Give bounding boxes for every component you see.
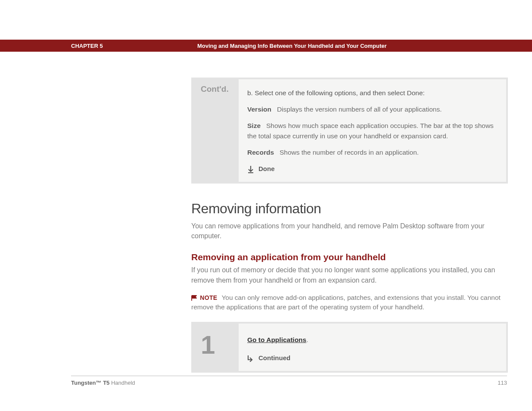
contd-lead-text: b. Select one of the following options, … xyxy=(247,88,496,98)
step-1-box: 1 Go to Applications. Continued xyxy=(191,322,508,373)
footer-product-rest: Handheld xyxy=(109,380,135,386)
done-label: Done xyxy=(258,164,275,174)
link-suffix: . xyxy=(306,336,308,343)
chapter-number: CHAPTER 5 xyxy=(71,43,103,49)
contd-content: b. Select one of the following options, … xyxy=(239,79,506,182)
note-flag-icon xyxy=(191,293,198,302)
footer-product-name: Tungsten™ T5 Handheld xyxy=(71,380,135,386)
option-version-label: Version xyxy=(247,106,271,113)
option-size: Size Shows how much space each applicati… xyxy=(247,121,496,141)
page-footer: Tungsten™ T5 Handheld 113 xyxy=(71,376,507,386)
option-version: Version Displays the version numbers of … xyxy=(247,104,496,115)
option-records-desc: Shows the number of records in an applic… xyxy=(280,149,419,156)
continued-label: Continued xyxy=(258,353,290,363)
section-heading: Removing information xyxy=(191,201,508,217)
contd-label: Cont'd. xyxy=(193,79,239,182)
option-records: Records Shows the number of records in a… xyxy=(247,147,496,158)
step-number-1: 1 xyxy=(193,324,239,371)
section-body: You can remove applications from your ha… xyxy=(191,221,508,241)
option-version-desc: Displays the version numbers of all of y… xyxy=(277,106,442,113)
option-size-label: Size xyxy=(247,122,261,129)
step-1-content: Go to Applications. Continued xyxy=(239,324,506,371)
continued-row: Continued xyxy=(247,353,496,363)
arrow-continued-icon xyxy=(247,353,254,363)
page-content: Cont'd. b. Select one of the following o… xyxy=(191,78,508,390)
option-records-label: Records xyxy=(247,149,274,156)
note-paragraph: NOTEYou can only remove add-on applicati… xyxy=(191,293,508,312)
subsection-body: If you run out of memory or decide that … xyxy=(191,265,508,285)
note-label: NOTE xyxy=(200,294,217,301)
chapter-header-bar: CHAPTER 5 Moving and Managing Info Betwe… xyxy=(0,40,532,52)
note-body-text: You can only remove add-on applications,… xyxy=(191,294,501,311)
arrow-down-done-icon xyxy=(247,164,254,174)
footer-product-bold: Tungsten™ T5 xyxy=(71,380,109,386)
contd-step-box: Cont'd. b. Select one of the following o… xyxy=(191,78,508,184)
chapter-title: Moving and Managing Info Between Your Ha… xyxy=(197,43,387,49)
subsection-heading: Removing an application from your handhe… xyxy=(191,252,508,262)
footer-page-number: 113 xyxy=(498,380,507,386)
option-size-desc: Shows how much space each application oc… xyxy=(247,122,494,140)
go-to-applications-link[interactable]: Go to Applications xyxy=(247,336,306,343)
done-row: Done xyxy=(247,164,496,174)
